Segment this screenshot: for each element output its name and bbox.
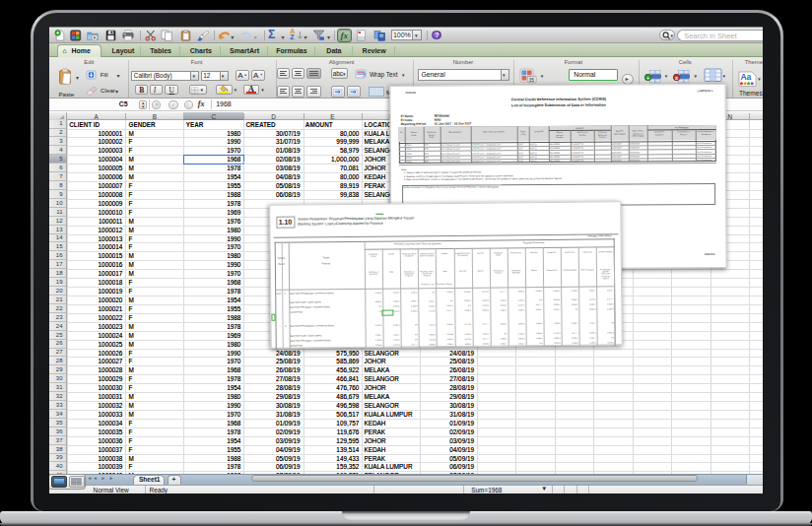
svg-text:Aa: Aa xyxy=(740,72,751,82)
svg-text:35: 35 xyxy=(529,77,535,83)
